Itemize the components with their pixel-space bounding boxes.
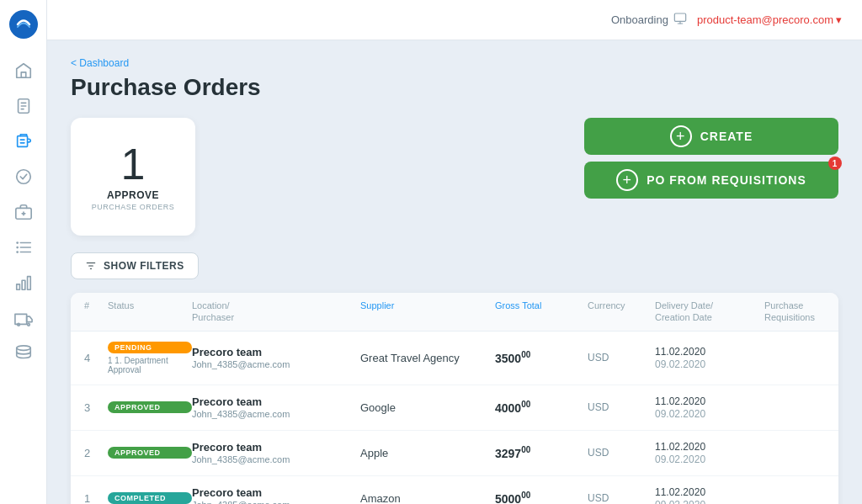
approve-card[interactable]: 1 APPROVE PURCHASE ORDERS (71, 118, 195, 236)
sidebar-item-documents[interactable] (8, 91, 39, 121)
row-purchaser: Precoro team John_4385@acme.com (192, 486, 360, 504)
row-status: APPROVED (108, 447, 192, 459)
svg-point-17 (16, 247, 19, 249)
po-from-requisitions-button[interactable]: + PO FROM REQUISITIONS 1 (584, 162, 838, 199)
row-gross-total: 329700 (495, 445, 588, 460)
topbar: Onboarding product-team@precoro.com ▾ (47, 0, 862, 40)
purchaser-email: John_4385@acme.com (192, 454, 360, 464)
row-currency: USD (588, 447, 655, 459)
row-supplier: Great Travel Agency (360, 352, 495, 364)
table-header: # Status Location/Purchaser Supplier Gro… (71, 293, 838, 332)
svg-point-24 (27, 323, 29, 326)
sidebar-item-reports[interactable] (8, 268, 39, 298)
sidebar-item-inventory[interactable] (8, 197, 39, 227)
purchaser-email: John_4385@acme.com (192, 500, 360, 504)
col-header-date: Delivery Date/Creation Date (655, 300, 764, 324)
svg-point-18 (16, 251, 19, 253)
row-number: 2 (84, 447, 108, 459)
row-status: COMPLETED (108, 492, 192, 504)
table-row[interactable]: 3 APPROVED Precoro team John_4385@acme.c… (71, 385, 838, 431)
po-plus-icon: + (616, 169, 638, 191)
create-button[interactable]: + CREATE (584, 118, 838, 155)
svg-rect-6 (17, 136, 27, 147)
row-purchaser: Precoro team John_4385@acme.com (192, 395, 360, 419)
row-dates: 11.02.2020 09.02.2020 (655, 395, 764, 420)
svg-point-9 (16, 170, 30, 184)
email-text: product-team@precoro.com (697, 13, 833, 26)
col-header-num: # (84, 300, 108, 324)
svg-rect-22 (14, 314, 26, 324)
col-header-gross: Gross Total (495, 300, 588, 324)
row-supplier: Amazon (360, 492, 495, 504)
table-rows: 4 PENDING 1 1. Department Approval Preco… (71, 332, 838, 504)
show-filters-button[interactable]: SHOW FILTERS (71, 252, 199, 279)
status-sub: 1 1. Department Approval (108, 356, 192, 374)
purchaser-name: Precoro team (192, 486, 360, 499)
row-supplier: Apple (360, 447, 495, 459)
row-purchaser: Precoro team John_4385@acme.com (192, 346, 360, 369)
creation-date: 09.02.2020 (655, 499, 764, 504)
sidebar-item-delivery[interactable] (8, 303, 39, 333)
svg-point-0 (9, 10, 38, 39)
table-row[interactable]: 1 COMPLETED Precoro team John_4385@acme.… (71, 476, 838, 504)
delivery-date: 11.02.2020 (655, 486, 764, 498)
sidebar-item-catalog[interactable] (8, 232, 39, 263)
table-row[interactable]: 2 APPROVED Precoro team John_4385@acme.c… (71, 431, 838, 476)
col-header-supplier: Supplier (360, 300, 495, 324)
user-email[interactable]: product-team@precoro.com ▾ (697, 13, 842, 26)
sidebar (0, 0, 47, 504)
row-status: PENDING 1 1. Department Approval (108, 342, 192, 374)
purchaser-name: Precoro team (192, 346, 360, 358)
svg-rect-26 (674, 13, 685, 21)
status-badge: APPROVED (108, 401, 192, 413)
row-status: APPROVED (108, 401, 192, 413)
svg-rect-1 (21, 72, 26, 77)
page-title: Purchase Orders (71, 74, 838, 101)
status-badge: APPROVED (108, 447, 192, 459)
content-area: Dashboard Purchase Orders 1 APPROVE PURC… (47, 40, 862, 504)
approve-count: 1 (121, 142, 146, 186)
top-section: 1 APPROVE PURCHASE ORDERS + CREATE + PO … (71, 118, 838, 236)
row-number: 4 (84, 352, 108, 364)
svg-point-25 (16, 346, 30, 351)
sidebar-item-home[interactable] (8, 56, 39, 86)
delivery-date: 11.02.2020 (655, 395, 764, 407)
filter-icon (85, 260, 97, 272)
row-currency: USD (588, 492, 655, 504)
table-row[interactable]: 4 PENDING 1 1. Department Approval Preco… (71, 332, 838, 385)
filters-row: SHOW FILTERS (71, 252, 838, 279)
sidebar-item-settings[interactable] (8, 338, 39, 369)
row-number: 3 (84, 401, 108, 414)
svg-point-16 (16, 241, 19, 244)
creation-date: 09.02.2020 (655, 408, 764, 420)
row-currency: USD (588, 401, 655, 413)
row-currency: USD (588, 352, 655, 363)
col-header-currency: Currency (588, 300, 655, 324)
col-header-status: Status (108, 300, 192, 324)
approve-sublabel: PURCHASE ORDERS (92, 203, 175, 211)
show-filters-label: SHOW FILTERS (104, 260, 184, 272)
sidebar-item-approvals[interactable] (8, 162, 39, 192)
sidebar-item-purchase-orders[interactable] (8, 126, 39, 157)
app-logo[interactable] (9, 10, 38, 39)
onboarding-label: Onboarding (611, 13, 668, 26)
row-gross-total: 400000 (495, 400, 588, 415)
onboarding-section: Onboarding (611, 12, 687, 28)
status-badge: PENDING (108, 342, 192, 353)
creation-date: 09.02.2020 (655, 358, 764, 370)
svg-rect-21 (27, 277, 30, 290)
row-supplier: Google (360, 401, 495, 414)
action-buttons: + CREATE + PO FROM REQUISITIONS 1 (584, 118, 838, 199)
breadcrumb[interactable]: Dashboard (71, 57, 838, 69)
row-dates: 11.02.2020 09.02.2020 (655, 441, 764, 465)
main-area: Onboarding product-team@precoro.com ▾ Da… (47, 0, 862, 504)
purchaser-email: John_4385@acme.com (192, 409, 360, 419)
po-badge: 1 (828, 157, 842, 170)
monitor-icon (673, 12, 687, 28)
row-dates: 11.02.2020 09.02.2020 (655, 486, 764, 504)
col-header-requisitions: Purchase Requisitions (764, 300, 825, 324)
chevron-down-icon: ▾ (836, 13, 842, 26)
status-badge: COMPLETED (108, 492, 192, 504)
approve-label: APPROVE (107, 189, 159, 201)
row-dates: 11.02.2020 09.02.2020 (655, 346, 764, 370)
